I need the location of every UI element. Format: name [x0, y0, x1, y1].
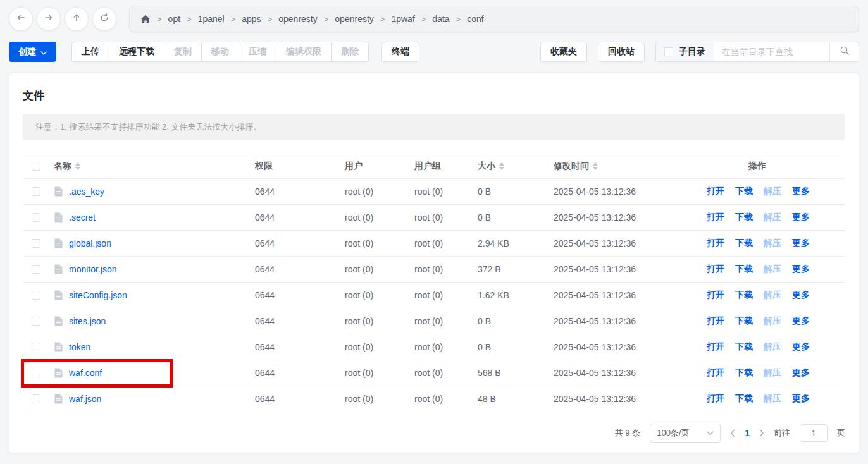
create-button[interactable]: 创建: [9, 42, 56, 62]
cell-mtime: 2025-04-05 13:12:36: [554, 186, 707, 197]
file-link[interactable]: siteConfig.json: [69, 290, 127, 300]
open-link[interactable]: 打开: [707, 238, 724, 249]
download-link[interactable]: 下载: [735, 315, 753, 327]
open-link[interactable]: 打开: [707, 264, 724, 275]
cell-mtime: 2025-04-05 13:12:36: [554, 264, 707, 274]
more-link[interactable]: 更多: [792, 315, 810, 327]
more-link[interactable]: 更多: [792, 212, 810, 223]
arrow-up-icon: [71, 13, 82, 25]
page-number-1[interactable]: 1: [745, 428, 750, 438]
open-link[interactable]: 打开: [707, 341, 724, 353]
refresh-button[interactable]: [92, 7, 116, 31]
upload-button[interactable]: 上传: [71, 42, 109, 62]
header-mtime[interactable]: 修改时间: [554, 161, 707, 172]
file-link[interactable]: monitor.json: [69, 264, 116, 274]
prev-page-button[interactable]: [730, 429, 735, 437]
row-checkbox[interactable]: [32, 187, 40, 196]
breadcrumb: > opt > 1panel > apps > openresty > open…: [129, 6, 859, 32]
download-link[interactable]: 下载: [735, 238, 753, 249]
cell-size: 48 B: [478, 394, 554, 404]
open-link[interactable]: 打开: [707, 290, 724, 301]
forward-button[interactable]: [37, 7, 61, 31]
recycle-bin-button[interactable]: 回收站: [598, 42, 645, 62]
row-checkbox[interactable]: [32, 343, 40, 351]
download-link[interactable]: 下载: [735, 393, 753, 405]
file-row-waf-conf: waf.conf 0644 root (0) root (0) 568 B 20…: [23, 360, 845, 386]
row-checkbox[interactable]: [32, 291, 40, 300]
more-link[interactable]: 更多: [792, 341, 810, 353]
file-link[interactable]: waf.conf: [69, 368, 102, 378]
header-size[interactable]: 大小: [478, 161, 554, 172]
file-link[interactable]: token: [69, 342, 90, 352]
breadcrumb-separator: >: [268, 15, 273, 24]
cell-permission: 0644: [255, 290, 345, 300]
file-link[interactable]: global.json: [69, 238, 111, 248]
open-link[interactable]: 打开: [707, 367, 724, 379]
download-link[interactable]: 下载: [735, 367, 753, 379]
download-link[interactable]: 下载: [735, 290, 753, 301]
row-checkbox[interactable]: [32, 213, 40, 222]
download-link[interactable]: 下载: [735, 186, 753, 197]
up-directory-button[interactable]: [65, 7, 89, 31]
cell-size: 2.94 KB: [478, 238, 554, 248]
row-checkbox[interactable]: [32, 369, 40, 377]
breadcrumb-separator: >: [231, 15, 236, 24]
subdirectory-toggle[interactable]: 子目录: [656, 42, 714, 61]
file-icon: [54, 394, 63, 404]
breadcrumb-separator: >: [187, 15, 192, 24]
more-link[interactable]: 更多: [792, 186, 810, 197]
chevron-down-icon: [40, 47, 47, 57]
download-link[interactable]: 下载: [735, 264, 753, 275]
row-checkbox[interactable]: [32, 317, 40, 326]
more-link[interactable]: 更多: [792, 393, 810, 405]
cell-user: root (0): [345, 238, 414, 248]
file-icon: [54, 212, 63, 223]
row-checkbox[interactable]: [32, 394, 40, 403]
home-icon[interactable]: [140, 15, 151, 24]
cell-group: root (0): [414, 264, 478, 274]
breadcrumb-item-data[interactable]: data: [432, 14, 449, 24]
file-link[interactable]: waf.json: [69, 394, 101, 404]
file-link[interactable]: .secret: [69, 212, 96, 223]
more-link[interactable]: 更多: [792, 290, 810, 301]
extract-link: 解压: [764, 264, 781, 275]
breadcrumb-item-openresty[interactable]: openresty: [278, 14, 317, 24]
arrow-right-icon: [44, 13, 54, 25]
terminal-button[interactable]: 终端: [381, 42, 419, 62]
back-button[interactable]: [9, 7, 33, 31]
more-link[interactable]: 更多: [792, 238, 810, 249]
remote-download-button[interactable]: 远程下载: [109, 42, 164, 62]
more-link[interactable]: 更多: [792, 264, 810, 275]
cell-user: root (0): [345, 368, 414, 378]
breadcrumb-item-conf[interactable]: conf: [467, 14, 483, 24]
search-input[interactable]: [714, 42, 829, 61]
breadcrumb-item-1panel[interactable]: 1panel: [198, 14, 225, 24]
open-link[interactable]: 打开: [707, 393, 724, 405]
select-all-checkbox[interactable]: [32, 162, 40, 171]
page-size-select[interactable]: 100条/页: [650, 424, 721, 443]
breadcrumb-item-apps[interactable]: apps: [242, 14, 261, 24]
subdirectory-checkbox[interactable]: [664, 47, 673, 56]
open-link[interactable]: 打开: [707, 212, 724, 223]
search-button[interactable]: [829, 42, 859, 61]
breadcrumb-item-opt[interactable]: opt: [168, 14, 180, 24]
cell-mtime: 2025-04-05 13:12:36: [554, 212, 707, 223]
goto-page-input[interactable]: [800, 424, 828, 442]
row-checkbox[interactable]: [32, 265, 40, 274]
more-link[interactable]: 更多: [792, 367, 810, 379]
file-link[interactable]: .aes_key: [69, 186, 104, 197]
file-link[interactable]: sites.json: [69, 316, 106, 326]
cell-group: root (0): [414, 186, 478, 197]
file-icon: [54, 186, 63, 197]
download-link[interactable]: 下载: [735, 212, 753, 223]
favorites-button[interactable]: 收藏夹: [540, 42, 587, 62]
breadcrumb-item-openresty2[interactable]: openresty: [335, 14, 373, 24]
header-name[interactable]: 名称: [54, 161, 255, 172]
open-link[interactable]: 打开: [707, 186, 724, 197]
next-page-button[interactable]: [759, 429, 764, 437]
row-checkbox[interactable]: [32, 239, 40, 248]
download-link[interactable]: 下载: [735, 341, 753, 353]
open-link[interactable]: 打开: [707, 315, 724, 327]
breadcrumb-item-1pwaf[interactable]: 1pwaf: [391, 14, 414, 24]
cell-mtime: 2025-04-05 13:12:36: [554, 238, 707, 248]
